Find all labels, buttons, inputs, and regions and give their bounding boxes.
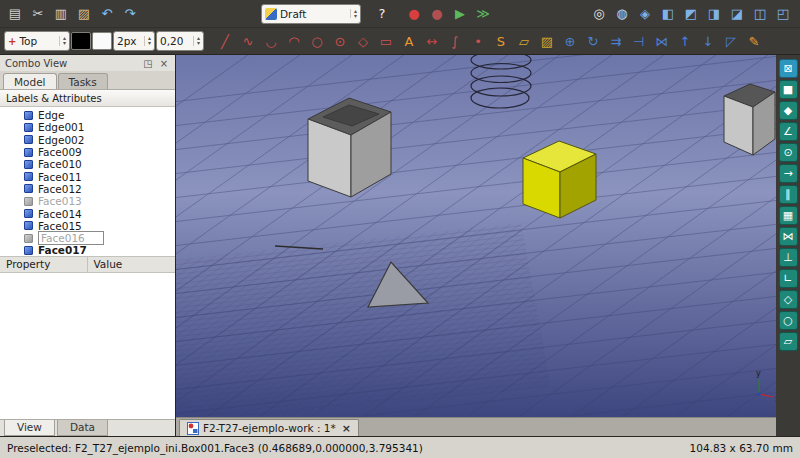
tree-item-label: Face015 — [38, 220, 82, 232]
property-column-header[interactable]: Property — [0, 257, 88, 272]
viewport-canvas[interactable]: y x — [176, 55, 776, 417]
draft-arc-icon[interactable]: ◠ — [283, 30, 305, 52]
snap-parallel-icon[interactable]: ∥ — [779, 185, 798, 204]
tree-item[interactable]: Edge — [0, 109, 175, 121]
tree-item[interactable]: Face016 — [0, 232, 175, 244]
draft-point-icon[interactable]: • — [467, 30, 489, 52]
copy-icon[interactable]: ▥ — [50, 3, 72, 25]
rear-view-icon[interactable]: ◪ — [726, 3, 748, 25]
tree-item[interactable]: Face015 — [0, 220, 175, 232]
draft-text-icon[interactable]: A — [398, 30, 420, 52]
gray-cup-object[interactable] — [724, 84, 775, 155]
draft-circle-icon[interactable]: ○ — [306, 30, 328, 52]
draft-ellipse-icon[interactable]: ⊙ — [329, 30, 351, 52]
object-icon — [24, 246, 33, 255]
whats-this-icon[interactable]: ? — [371, 3, 393, 25]
draft-rotate-icon[interactable]: ↻ — [582, 30, 604, 52]
tree-item-label: Edge — [38, 109, 64, 121]
axonometric-view-icon[interactable]: ◈ — [634, 3, 656, 25]
tree-item-label: Face011 — [38, 171, 82, 183]
working-plane-selector[interactable]: + Top ▴▾ — [4, 31, 70, 51]
tree-item-label: Face017 — [38, 244, 87, 256]
snap-perpendicular-icon[interactable]: ⊥ — [779, 248, 798, 267]
paste-icon[interactable]: ▨ — [73, 3, 95, 25]
macro-play-icon[interactable]: ▶ — [449, 3, 471, 25]
close-document-icon[interactable]: × — [342, 422, 351, 435]
top-view-icon[interactable]: ◩ — [680, 3, 702, 25]
float-panel-icon[interactable]: ◳ — [142, 58, 154, 69]
snap-endpoint-icon[interactable]: ■ — [779, 80, 798, 99]
tree-item-label: Face012 — [38, 183, 82, 195]
line-color-swatch[interactable] — [71, 32, 91, 50]
snap-workingplane-icon[interactable]: ▱ — [779, 332, 798, 351]
snap-grid-icon[interactable]: ▦ — [779, 206, 798, 225]
3d-viewport[interactable]: y x — [176, 55, 776, 417]
macro-stop-icon[interactable]: ● — [426, 3, 448, 25]
snap-lock-icon[interactable]: ⊠ — [779, 59, 798, 78]
face-color-swatch[interactable] — [92, 32, 112, 50]
draft-wire-icon[interactable]: ∿ — [237, 30, 259, 52]
left-view-icon[interactable]: ◰ — [772, 3, 794, 25]
close-panel-icon[interactable]: × — [158, 58, 170, 69]
tree-item[interactable]: Edge002 — [0, 134, 175, 146]
draft-fillet-icon[interactable]: ◡ — [260, 30, 282, 52]
tree-item[interactable]: Face017 — [0, 244, 175, 256]
draft-join-icon[interactable]: ⋈ — [651, 30, 673, 52]
draft-scale-icon[interactable]: ◸ — [720, 30, 742, 52]
snap-extension-icon[interactable]: → — [779, 164, 798, 183]
tab-tasks[interactable]: Tasks — [58, 73, 108, 89]
tab-view[interactable]: View — [4, 420, 55, 436]
tree-item[interactable]: Face011 — [0, 170, 175, 182]
draft-move-icon[interactable]: ⊕ — [559, 30, 581, 52]
draw-style-icon[interactable]: ◍ — [611, 3, 633, 25]
fit-all-icon[interactable]: ◎ — [588, 3, 610, 25]
draft-trimex-icon[interactable]: ⊣ — [628, 30, 650, 52]
tab-data[interactable]: Data — [57, 420, 108, 436]
draft-offset-icon[interactable]: ⇉ — [605, 30, 627, 52]
snap-angle-icon[interactable]: ∠ — [779, 122, 798, 141]
object-icon — [24, 197, 33, 206]
snap-special-icon[interactable]: ◇ — [779, 290, 798, 309]
draft-downgrade-icon[interactable]: ↓ — [697, 30, 719, 52]
tree-item[interactable]: Face010 — [0, 158, 175, 170]
tree-item[interactable]: Face014 — [0, 207, 175, 219]
draft-facebinder-icon[interactable]: ▱ — [513, 30, 535, 52]
document-tab[interactable]: F2-T27-ejemplo-work : 1* × — [179, 419, 359, 436]
draft-rectangle-icon[interactable]: ▭ — [375, 30, 397, 52]
tree-column-header[interactable]: Labels & Attributes — [0, 90, 175, 107]
snap-midpoint-icon[interactable]: ◆ — [779, 101, 798, 120]
draft-shapestring-icon[interactable]: S — [490, 30, 512, 52]
macro-record-icon[interactable]: ● — [403, 3, 425, 25]
snap-near-icon[interactable]: ○ — [779, 311, 798, 330]
print-icon[interactable]: ▤ — [4, 3, 26, 25]
draft-dimension-icon[interactable]: ↔ — [421, 30, 443, 52]
bottom-view-icon[interactable]: ◫ — [749, 3, 771, 25]
snap-intersection-icon[interactable]: ⋈ — [779, 227, 798, 246]
snap-ortho-icon[interactable]: ∟ — [779, 269, 798, 288]
tree-item-label: Edge002 — [38, 134, 84, 146]
line-width-selector[interactable]: 2px ▴▾ — [113, 31, 155, 51]
draft-edit-icon[interactable]: ✎ — [743, 30, 765, 52]
draft-bspline-icon[interactable]: ∫ — [444, 30, 466, 52]
snap-center-icon[interactable]: ⊙ — [779, 143, 798, 162]
grid-snap-spinbox[interactable]: 0,20 ▴▾ — [156, 31, 204, 51]
undo-icon[interactable]: ↶ — [96, 3, 118, 25]
tree-item[interactable]: Face012 — [0, 183, 175, 195]
axis-origin-dot — [757, 392, 760, 395]
cut-icon[interactable]: ✂ — [27, 3, 49, 25]
workbench-selector[interactable]: Draft ▴▾ — [261, 4, 361, 24]
draft-hatch-icon[interactable]: ▨ — [536, 30, 558, 52]
macro-step-icon[interactable]: ≫ — [472, 3, 494, 25]
draft-line-icon[interactable]: ╱ — [214, 30, 236, 52]
draft-upgrade-icon[interactable]: ↑ — [674, 30, 696, 52]
object-icon — [24, 148, 33, 157]
tree-item[interactable]: Face009 — [0, 146, 175, 158]
redo-icon[interactable]: ↷ — [119, 3, 141, 25]
front-view-icon[interactable]: ◧ — [657, 3, 679, 25]
tab-model[interactable]: Model — [3, 73, 57, 89]
right-view-icon[interactable]: ◨ — [703, 3, 725, 25]
tree-item[interactable]: Edge001 — [0, 121, 175, 133]
tree-item[interactable]: Face013 — [0, 195, 175, 207]
draft-polygon-icon[interactable]: ◇ — [352, 30, 374, 52]
value-column-header[interactable]: Value — [88, 257, 176, 272]
